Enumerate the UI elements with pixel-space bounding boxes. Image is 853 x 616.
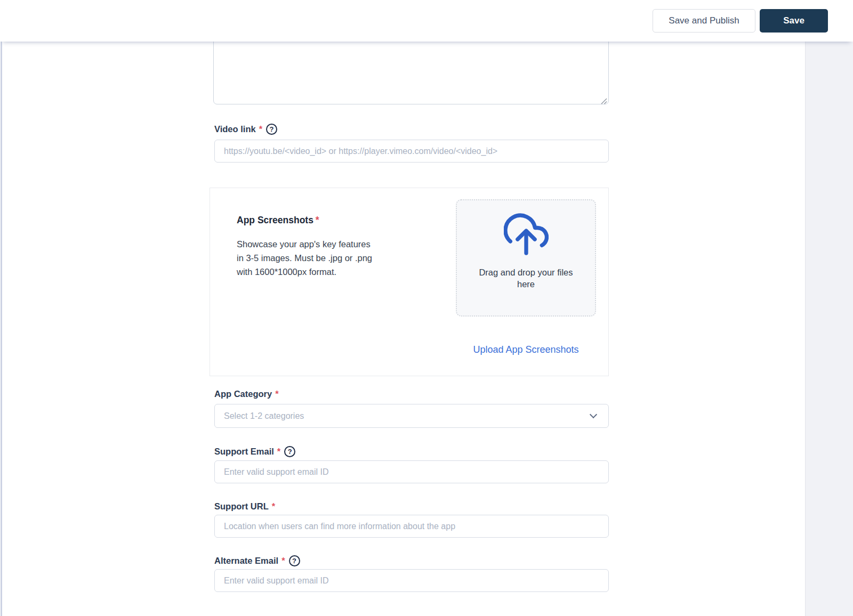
save-button[interactable]: Save: [760, 9, 828, 33]
support-email-label: Support Email* ?: [214, 445, 295, 458]
upload-app-screenshots-link[interactable]: Upload App Screenshots: [456, 344, 596, 355]
dropzone-label: Drag and drop your files here: [470, 266, 582, 290]
support-email-label-text: Support Email: [214, 447, 274, 457]
save-and-publish-button[interactable]: Save and Publish: [653, 9, 755, 33]
app-category-placeholder: Select 1-2 categories: [224, 411, 591, 421]
app-screenshots-title: App Screenshots *: [237, 215, 319, 226]
app-category-label: App Category*: [214, 387, 279, 400]
right-side-panel: [805, 42, 853, 616]
top-action-bar: Save and Publish Save: [0, 0, 853, 42]
required-asterisk: *: [259, 124, 262, 134]
help-icon[interactable]: ?: [284, 446, 295, 457]
file-dropzone[interactable]: Drag and drop your files here: [456, 199, 596, 317]
app-category-select[interactable]: Select 1-2 categories: [214, 404, 609, 428]
app-screenshots-section: App Screenshots * Showcase your app's ke…: [210, 188, 609, 376]
support-url-label-text: Support URL: [214, 501, 269, 512]
support-email-input[interactable]: [214, 460, 609, 483]
app-screenshots-title-text: App Screenshots: [237, 215, 313, 225]
resize-handle-icon[interactable]: [600, 97, 607, 107]
required-asterisk: *: [272, 501, 275, 512]
video-link-label: Video link* ?: [214, 123, 277, 135]
support-url-input[interactable]: [214, 515, 609, 538]
video-link-input[interactable]: [214, 140, 609, 163]
required-asterisk: *: [275, 389, 278, 399]
app-category-label-text: App Category: [214, 389, 272, 399]
alternate-email-label-text: Alternate Email: [214, 556, 278, 566]
cloud-upload-icon: [504, 210, 549, 259]
required-asterisk: *: [281, 556, 285, 566]
required-asterisk: *: [277, 447, 280, 457]
alternate-email-input[interactable]: [214, 569, 609, 592]
left-edge-divider: [1, 42, 2, 616]
chevron-down-icon: [590, 411, 597, 418]
help-icon[interactable]: ?: [289, 555, 300, 566]
support-url-label: Support URL*: [214, 500, 275, 513]
app-screenshots-description: Showcase your app's key features in 3-5 …: [237, 237, 376, 279]
required-asterisk: *: [316, 215, 319, 225]
help-icon[interactable]: ?: [266, 124, 277, 135]
video-link-label-text: Video link: [214, 124, 256, 134]
alternate-email-label: Alternate Email* ?: [214, 554, 300, 567]
